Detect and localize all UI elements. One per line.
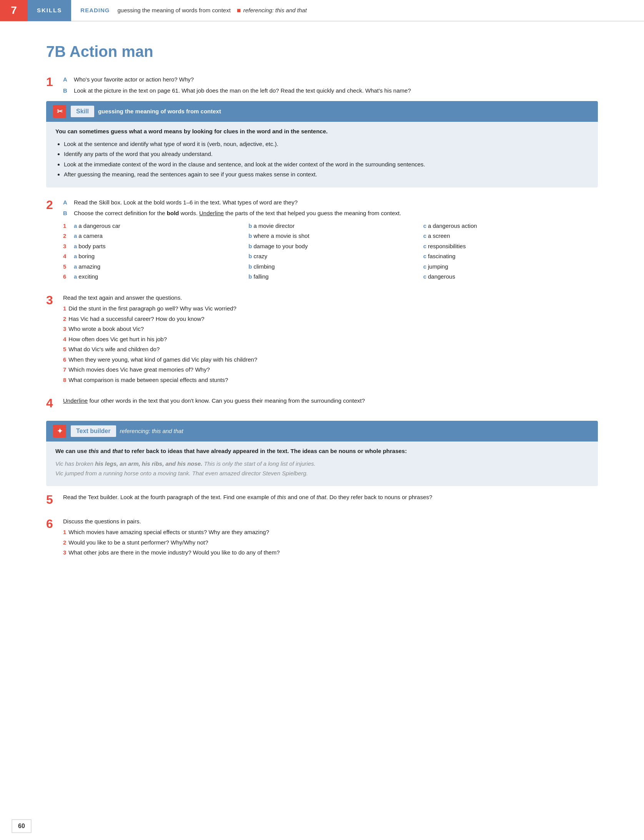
- header-topic: guessing the meaning of words from conte…: [114, 6, 235, 15]
- exercise-3-number: 3: [46, 294, 63, 307]
- exercise-1b-row: B Look at the picture in the text on pag…: [63, 86, 598, 95]
- textbuilder-italic1: this: [152, 428, 161, 434]
- word-num-3: 3: [63, 242, 74, 251]
- exercise-2-row: 2 A Read the Skill box. Look at the bold…: [46, 198, 598, 283]
- word-col-6c: cdangerous: [423, 272, 598, 281]
- list-item: 8What comparison is made between special…: [63, 376, 598, 385]
- word-col-5b: bclimbing: [248, 262, 423, 271]
- word-num-6: 6: [63, 272, 74, 281]
- header-ref-text: referencing:: [243, 7, 275, 13]
- exercise-5-number: 5: [46, 493, 63, 506]
- exercise-6-number: 6: [46, 517, 63, 531]
- exercise-2b-text: Choose the correct definition for the bo…: [74, 209, 401, 218]
- exercise-5-body: Read the Text builder. Look at the fourt…: [63, 493, 598, 502]
- exercise-3: 3 Read the text again and answer the que…: [46, 294, 598, 386]
- word-num-1: 1: [63, 222, 74, 231]
- skill-bullet-3: Look at the immediate context of the wor…: [64, 160, 589, 169]
- exercise-1a-label: A: [63, 75, 72, 84]
- exercise-1b-text: Look at the picture in the text on page …: [74, 86, 411, 95]
- exercise-5-text1: Read the Text builder. Look at the fourt…: [63, 494, 277, 500]
- exercise-1: 1 A Who's your favorite actor or action …: [46, 75, 598, 188]
- list-item: 7Which movies does Vic have great memori…: [63, 365, 598, 374]
- word-col-1b: ba movie director: [248, 222, 423, 231]
- textbuilder-box: ✦ Text builder referencing: this and tha…: [46, 421, 598, 486]
- list-item: 3What other jobs are there in the movie …: [63, 548, 598, 557]
- list-item: 3Who wrote a book about Vic?: [63, 325, 598, 334]
- title-prefix: 7B: [46, 43, 66, 60]
- exercise-2b-row: B Choose the correct definition for the …: [63, 209, 598, 218]
- exercise-1a-text: Who's your favorite actor or action hero…: [74, 75, 194, 84]
- list-item: 2Has Vic had a successful career? How do…: [63, 315, 598, 324]
- page-number: 60: [12, 819, 32, 833]
- textbuilder-content: We can use this and that to refer back t…: [46, 447, 598, 478]
- exercise-5: 5 Read the Text builder. Look at the fou…: [46, 493, 598, 506]
- table-row: 3 abody parts bdamage to your body cresp…: [63, 242, 598, 251]
- exercise-5-row: 5 Read the Text builder. Look at the fou…: [46, 493, 598, 506]
- exercise-1-body: A Who's your favorite actor or action he…: [63, 75, 598, 97]
- table-row: 5 aamazing bclimbing cjumping: [63, 262, 598, 271]
- list-item: 2Would you like to be a stunt performer?…: [63, 538, 598, 547]
- word-col-3c: cresponsibilities: [423, 242, 598, 251]
- header-bar: 7 SKILLS READING guessing the meaning of…: [0, 0, 644, 22]
- textbuilder-example2: Vic jumped from a running horse onto a m…: [55, 469, 589, 478]
- word-num-2: 2: [63, 232, 74, 241]
- exercise-2a-row: A Read the Skill box. Look at the bold w…: [63, 198, 598, 207]
- exercise-4-body: Underline four other words in the text t…: [63, 397, 598, 405]
- exercise-3-questions: 1Did the stunt in the first paragraph go…: [63, 304, 598, 384]
- textbuilder-example2-italic2: That: [192, 470, 204, 476]
- exercise-6-questions: 1Which movies have amazing special effec…: [63, 528, 598, 557]
- word-num-5: 5: [63, 262, 74, 271]
- textbuilder-example1: Vic has broken his legs, an arm, his rib…: [55, 460, 589, 468]
- exercise-6-intro: Discuss the questions in pairs.: [63, 518, 141, 525]
- page-footer: 60: [0, 819, 644, 833]
- exercise-4: 4 Underline four other words in the text…: [46, 397, 598, 410]
- exercise-4-text: four other words in the text that you do…: [88, 397, 365, 404]
- skills-label: SKILLS: [28, 0, 71, 21]
- textbuilder-subtitle: referencing: this and that: [120, 427, 183, 436]
- word-col-2b: bwhere a movie is shot: [248, 232, 423, 241]
- exercise-5-italic2: that: [316, 494, 326, 500]
- page-title: 7B Action man: [46, 40, 598, 63]
- exercise-4-number: 4: [46, 397, 63, 410]
- table-row: 4 aboring bcrazy cfascinating: [63, 252, 598, 261]
- list-item: 1Which movies have amazing special effec…: [63, 528, 598, 537]
- exercise-5-italic1: this: [277, 494, 286, 500]
- exercise-2b-underline: Underline: [199, 210, 224, 216]
- skill-box-title: Skill: [71, 106, 94, 117]
- skill-box-intro: You can sometimes guess what a word mean…: [55, 127, 589, 136]
- table-row: 1 aa dangerous car ba movie director ca …: [63, 222, 598, 231]
- exercise-5-text3: . Do they refer back to nouns or phrases…: [326, 494, 432, 500]
- exercise-2b-label: B: [63, 209, 72, 218]
- skill-bullet-2: Identify any parts of the word that you …: [64, 150, 589, 159]
- skill-bullet-4: After guessing the meaning, read the sen…: [64, 170, 589, 179]
- word-choice-table: 1 aa dangerous car ba movie director ca …: [63, 222, 598, 281]
- word-col-5c: cjumping: [423, 262, 598, 271]
- word-col-6a: aexciting: [74, 272, 248, 281]
- skill-box-bullets: Look at the sentence and identify what t…: [55, 140, 589, 179]
- exercise-2-body: A Read the Skill box. Look at the bold w…: [63, 198, 598, 283]
- skill-box: ✂ Skill guessing the meaning of words fr…: [46, 101, 598, 188]
- word-col-1c: ca dangerous action: [423, 222, 598, 231]
- exercise-1-number: 1: [46, 75, 63, 89]
- textbuilder-title: Text builder: [71, 425, 116, 437]
- exercise-2-number: 2: [46, 198, 63, 212]
- exercise-6: 6 Discuss the questions in pairs. 1Which…: [46, 517, 598, 559]
- word-col-6b: bfalling: [248, 272, 423, 281]
- exercise-5-text2: and one of: [286, 494, 316, 500]
- exercise-2b-bold: bold: [167, 210, 179, 216]
- textbuilder-intro: We can use this and that to refer back t…: [55, 447, 589, 456]
- header-reading-label: READING: [71, 6, 113, 15]
- textbuilder-example2-italic1: Vic jumped from a running horse onto a m…: [55, 470, 192, 476]
- header-separator: ■: [235, 5, 243, 16]
- skill-icon: ✂: [53, 105, 66, 118]
- word-col-3b: bdamage to your body: [248, 242, 423, 251]
- exercise-6-body: Discuss the questions in pairs. 1Which m…: [63, 517, 598, 559]
- title-main: Action man: [70, 43, 153, 60]
- main-content: 7B Action man 1 A Who's your favorite ac…: [0, 22, 644, 593]
- exercise-3-body: Read the text again and answer the quest…: [63, 294, 598, 386]
- exercise-1-row: 1 A Who's your favorite actor or action …: [46, 75, 598, 97]
- word-col-5a: aamazing: [74, 262, 248, 271]
- textbuilder-ref-label: referencing:: [120, 428, 152, 434]
- word-col-4c: cfascinating: [423, 252, 598, 261]
- exercise-4-row: 4 Underline four other words in the text…: [46, 397, 598, 410]
